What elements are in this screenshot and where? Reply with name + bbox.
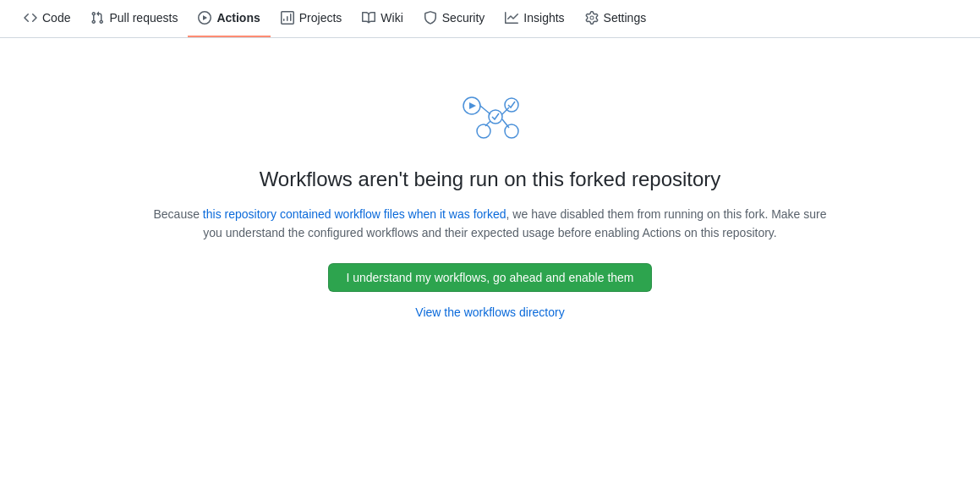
nav-label-insights: Insights [523, 11, 564, 25]
nav-item-wiki[interactable]: Wiki [352, 0, 413, 37]
nav-label-settings: Settings [604, 11, 647, 25]
nav-item-insights[interactable]: Insights [495, 0, 574, 37]
nav-label-projects: Projects [299, 11, 342, 25]
nav-label-wiki: Wiki [381, 11, 402, 25]
security-icon [424, 11, 437, 25]
svg-marker-1 [469, 102, 476, 109]
main-content: Workflows aren't being run on this forke… [0, 38, 980, 353]
main-description: Because this repository contained workfl… [152, 205, 829, 243]
svg-point-8 [477, 124, 490, 138]
svg-line-2 [480, 106, 490, 114]
nav-item-security[interactable]: Security [413, 0, 495, 37]
nav-item-code[interactable]: Code [14, 0, 80, 37]
settings-icon [585, 11, 599, 25]
description-link[interactable]: this repository contained workflow files… [203, 207, 506, 221]
svg-point-5 [505, 98, 518, 112]
nav-label-code: Code [42, 11, 70, 25]
description-text-1: Because [153, 207, 202, 221]
nav-label-pull-requests: Pull requests [109, 11, 178, 25]
wiki-icon [362, 11, 375, 25]
workflow-icon [457, 89, 524, 151]
svg-point-7 [505, 124, 518, 138]
nav-bar: Code Pull requests Actions Projects [0, 0, 980, 38]
main-heading: Workflows aren't being run on this forke… [260, 168, 721, 191]
pr-icon [90, 11, 104, 25]
insights-icon [505, 11, 518, 25]
nav-item-pull-requests[interactable]: Pull requests [80, 0, 188, 37]
nav-label-actions: Actions [216, 11, 260, 25]
nav-label-security: Security [442, 11, 485, 25]
nav-item-projects[interactable]: Projects [271, 0, 353, 37]
svg-line-6 [502, 119, 509, 128]
actions-icon [198, 11, 211, 25]
projects-icon [281, 11, 294, 25]
enable-workflows-button[interactable]: I understand my workflows, go ahead and … [328, 263, 651, 292]
view-workflows-link[interactable]: View the workflows directory [415, 305, 564, 319]
nav-item-settings[interactable]: Settings [575, 0, 657, 37]
code-icon [24, 11, 37, 25]
nav-item-actions[interactable]: Actions [188, 0, 270, 37]
